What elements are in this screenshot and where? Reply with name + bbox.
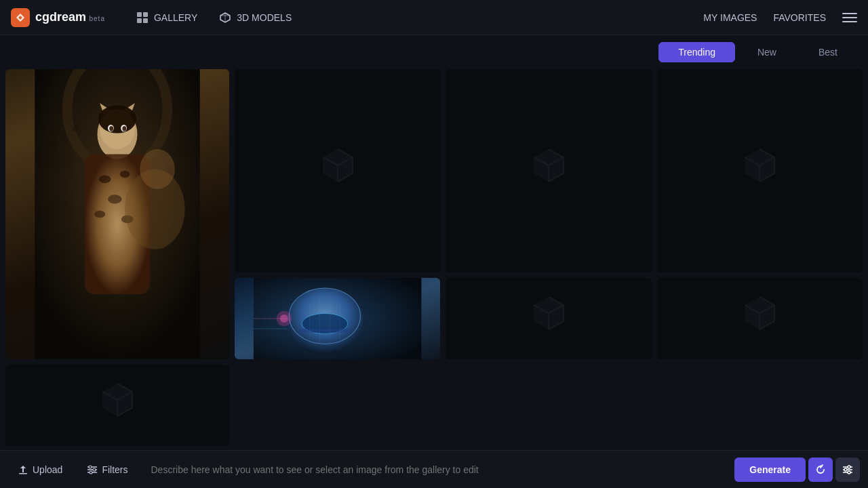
filters-label: Filters — [102, 464, 127, 475]
logo-icon — [11, 8, 30, 27]
svg-point-17 — [94, 211, 105, 218]
filter-bar: Trending New Best — [0, 35, 868, 69]
my-images-link[interactable]: MY IMAGES — [703, 12, 757, 23]
svg-point-50 — [90, 471, 92, 474]
svg-point-55 — [844, 468, 847, 471]
nav-gallery[interactable]: GALLERY — [127, 7, 207, 28]
cube-icon — [219, 12, 231, 24]
filters-button[interactable]: Filters — [77, 459, 137, 481]
svg-point-48 — [89, 466, 92, 468]
svg-rect-44 — [19, 473, 27, 474]
gallery-item-4[interactable] — [657, 69, 863, 272]
hamburger-menu[interactable] — [842, 10, 857, 25]
svg-rect-3 — [137, 18, 142, 23]
svg-point-25 — [109, 126, 113, 131]
svg-rect-4 — [143, 18, 148, 23]
svg-point-28 — [140, 149, 175, 189]
tab-trending[interactable]: Trending — [658, 42, 735, 62]
grid-icon — [136, 12, 149, 24]
svg-point-54 — [848, 466, 850, 468]
gallery-item-7[interactable] — [657, 278, 863, 359]
upload-button[interactable]: Upload — [8, 459, 72, 481]
gallery — [0, 69, 868, 451]
bottom-bar: Upload Filters Generate — [0, 450, 868, 488]
generate-button[interactable]: Generate — [734, 458, 806, 482]
app-name: cgdream — [35, 10, 86, 24]
favorites-link[interactable]: FAVORITES — [773, 12, 826, 23]
leopard-image — [5, 69, 229, 359]
nav-gallery-label: GALLERY — [154, 12, 197, 23]
svg-point-49 — [93, 468, 96, 471]
placeholder-logo-7 — [732, 291, 787, 346]
svg-point-15 — [120, 171, 130, 178]
header-right: MY IMAGES FAVORITES — [703, 10, 857, 25]
cyber-image — [235, 278, 440, 359]
gallery-item-3[interactable] — [446, 69, 651, 272]
filters-icon — [87, 464, 98, 475]
svg-rect-2 — [143, 12, 148, 17]
placeholder-logo-4 — [732, 144, 787, 198]
main-nav: GALLERY 3D MODELS — [127, 7, 703, 28]
placeholder-logo-8 — [90, 378, 144, 432]
svg-point-43 — [280, 314, 288, 323]
header: cgdream beta GALLERY 3D MODELS MY IMAGES… — [0, 0, 868, 35]
gallery-item-2[interactable] — [235, 69, 440, 272]
svg-point-16 — [108, 195, 122, 203]
nav-3dmodels-label: 3D MODELS — [237, 12, 292, 23]
svg-point-26 — [122, 126, 126, 131]
svg-point-8 — [51, 140, 59, 148]
settings-button[interactable] — [835, 458, 860, 482]
generate-label: Generate — [749, 464, 791, 475]
refresh-icon — [815, 464, 826, 475]
gallery-item-5[interactable] — [235, 278, 440, 359]
gallery-item-8[interactable] — [5, 365, 229, 446]
svg-rect-37 — [299, 329, 350, 333]
placeholder-logo-3 — [521, 144, 576, 198]
tab-new[interactable]: New — [738, 42, 796, 62]
svg-point-56 — [848, 471, 850, 474]
svg-rect-1 — [137, 12, 142, 17]
gallery-item-6[interactable] — [446, 278, 651, 359]
tab-best[interactable]: Best — [799, 42, 857, 62]
svg-point-14 — [99, 175, 111, 183]
beta-badge: beta — [90, 15, 105, 22]
regenerate-button[interactable] — [808, 458, 833, 482]
placeholder-logo-6 — [521, 291, 576, 346]
svg-point-22 — [98, 105, 136, 133]
nav-3dmodels[interactable]: 3D MODELS — [210, 7, 301, 28]
logo-text-area: cgdream beta — [35, 10, 105, 24]
placeholder-logo-2 — [311, 144, 365, 198]
prompt-input[interactable] — [143, 459, 730, 481]
sliders-icon — [842, 464, 853, 475]
svg-point-11 — [176, 146, 183, 152]
generate-area: Generate — [734, 458, 860, 482]
logo[interactable]: cgdream beta — [11, 8, 105, 27]
upload-icon — [18, 464, 28, 475]
upload-label: Upload — [33, 464, 62, 475]
gallery-item-1[interactable] — [5, 69, 229, 359]
svg-point-9 — [72, 126, 78, 132]
